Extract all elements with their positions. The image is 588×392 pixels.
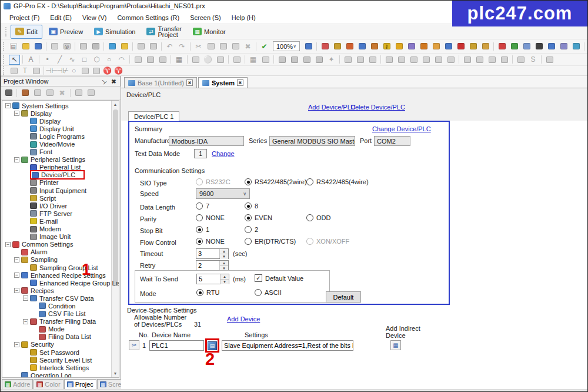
timeout-input[interactable]	[196, 249, 219, 258]
tree-item-video-movie[interactable]: Video/Movie	[4, 140, 119, 148]
tree-item-display-unit[interactable]: Display Unit	[4, 125, 119, 132]
table-part-icon[interactable]: ▦	[173, 55, 185, 65]
retry-stepper[interactable]: ▲▼	[196, 260, 229, 271]
dock-view-icon[interactable]	[3, 88, 14, 98]
screen-preview-icon[interactable]	[303, 41, 314, 51]
text-registration-icon[interactable]	[443, 41, 454, 51]
pie-graph-part-icon[interactable]	[313, 55, 325, 65]
flow-control-option-none[interactable]: NONE	[196, 238, 225, 245]
schedule-settings-icon[interactable]	[480, 41, 491, 51]
selector-part-icon[interactable]	[355, 55, 366, 65]
search-icon[interactable]	[78, 41, 89, 51]
lamp-part-icon[interactable]: ⚪	[202, 55, 213, 65]
screen-call-part-icon[interactable]	[396, 55, 407, 65]
flow-control-option-er-dtr-cts[interactable]: ER(DTR/CTS)	[245, 238, 296, 245]
edit-logic-icon[interactable]	[521, 41, 532, 51]
change-text-data-mode-link[interactable]: Change	[212, 150, 235, 157]
remote-monitor-part-icon[interactable]	[420, 55, 432, 65]
tree-item-device-plc[interactable]: Device/PLC	[4, 171, 119, 179]
expand-minus-icon[interactable]: −	[23, 295, 28, 301]
switch-part-icon[interactable]	[342, 55, 353, 65]
dot-tool-icon[interactable]: •	[42, 55, 53, 65]
device-settings-button[interactable]: ▤	[205, 338, 219, 353]
cut-icon[interactable]: ✂	[193, 41, 204, 51]
tree-item-display[interactable]: Display	[4, 117, 119, 125]
bar-graph-part-icon[interactable]	[276, 55, 288, 65]
ellipse-tool-icon[interactable]: ○	[103, 55, 115, 65]
device-name-input[interactable]	[149, 340, 204, 351]
tree-item-operation-log[interactable]: Operation Log	[4, 371, 119, 378]
line-tool-icon[interactable]: ╱	[54, 55, 65, 65]
parts-list-icon[interactable]	[215, 55, 226, 65]
close-tab-icon[interactable]: ✖	[186, 79, 193, 86]
preview-mode-button[interactable]: ▣Preview	[44, 25, 88, 39]
open-contact-icon[interactable]: ⊣⊢	[46, 67, 56, 75]
close-tab-icon[interactable]: ✖	[237, 79, 243, 86]
tree-item-script[interactable]: Script	[4, 194, 119, 202]
tree-item-condition[interactable]: Condition	[4, 302, 119, 310]
monitor-mode-button[interactable]: ▦Monitor	[188, 25, 230, 39]
cursor-select-icon[interactable]: ↖	[9, 55, 20, 65]
scatter-graph-part-icon[interactable]	[289, 55, 300, 65]
stop-bit-option-2[interactable]: 2	[245, 226, 258, 233]
mini-screen-icon[interactable]	[31, 67, 41, 75]
timer-instruction-icon[interactable]	[80, 67, 90, 75]
operation-log-icon[interactable]	[406, 41, 417, 51]
close-icon[interactable]: ✖	[110, 78, 118, 85]
list2-display-part-icon[interactable]	[499, 55, 510, 65]
add-device-plc-link[interactable]: Add Device/PLC	[308, 104, 356, 111]
image-unit-part-icon[interactable]	[157, 55, 168, 65]
polyline-tool-icon[interactable]: ∿	[66, 55, 78, 65]
close-package-icon[interactable]	[148, 41, 159, 51]
mode-option-rtu[interactable]: RTU	[196, 289, 219, 296]
expand-minus-icon[interactable]: −	[5, 242, 11, 247]
tree-item-ftp-server[interactable]: FTP Server	[4, 210, 119, 217]
expand-minus-icon[interactable]: −	[14, 257, 19, 263]
error-check-icon[interactable]: ✔	[259, 41, 270, 51]
menu-view-v[interactable]: View (V)	[77, 12, 112, 23]
doc-tab-system[interactable]: System✖	[198, 77, 248, 88]
tree-item-i-o-driver[interactable]: I/O Driver	[4, 202, 119, 210]
movie-settings-icon[interactable]	[570, 41, 582, 51]
sio-type-option-rs422-485-2wire[interactable]: RS422/485(2wire)	[245, 178, 307, 185]
alarm-settings-icon[interactable]	[319, 41, 330, 51]
parity-option-even[interactable]: EVEN	[245, 214, 272, 221]
stepper-arrows[interactable]: ▲▼	[219, 261, 228, 270]
panel-tab-color[interactable]: ▦Color	[34, 379, 63, 389]
default-button[interactable]: Default	[326, 291, 361, 303]
interlock-settings-icon[interactable]	[393, 41, 405, 51]
coin-part-icon[interactable]	[190, 55, 201, 65]
data-length-option-8[interactable]: 8	[245, 202, 258, 210]
edit-mode-button[interactable]: ✎Edit	[11, 25, 42, 39]
undo-icon[interactable]: ↶	[164, 41, 175, 51]
line-graph-part-icon[interactable]	[301, 55, 312, 65]
window-part-icon[interactable]	[231, 55, 242, 65]
sampling-settings-icon[interactable]	[332, 41, 343, 51]
cd-display-part-icon[interactable]	[445, 55, 456, 65]
time-settings-icon[interactable]	[418, 41, 429, 51]
menu-edit-e[interactable]: Edit (E)	[45, 12, 77, 23]
capture-icon[interactable]	[90, 41, 101, 51]
arc-tool-icon[interactable]: ◠	[116, 55, 127, 65]
retry-input[interactable]	[196, 261, 219, 270]
hand-cursor-part-icon[interactable]	[515, 55, 526, 65]
stop-bit-option-1[interactable]: 1	[196, 226, 209, 233]
pin-icon[interactable]: ⊤	[99, 77, 109, 87]
add-indirect-device-button[interactable]: ▦	[390, 340, 401, 350]
text-table-icon[interactable]	[356, 41, 368, 51]
menu-screen-s[interactable]: Screen (S)	[185, 12, 226, 23]
print-icon[interactable]	[49, 41, 60, 51]
default-value-checkbox[interactable]: ✓ Default Value	[255, 274, 303, 282]
tree-item-printer[interactable]: Printer	[4, 179, 119, 187]
text-tool-icon[interactable]: A	[25, 55, 36, 65]
device-monitor-icon[interactable]	[546, 41, 557, 51]
tree-item-sampling-group-list[interactable]: Sampling Group List	[4, 264, 119, 271]
data-display-part-icon[interactable]	[462, 55, 473, 65]
rect-tool-icon[interactable]: □	[79, 55, 90, 65]
wait-to-send-stepper[interactable]: ▲▼	[196, 274, 229, 284]
alarm-display-part-icon[interactable]	[474, 55, 485, 65]
open-project-icon[interactable]	[20, 41, 31, 51]
menu-project-f[interactable]: Project (F)	[4, 12, 45, 23]
text-box-screen-icon[interactable]: T	[20, 67, 30, 75]
stepper-arrows[interactable]: ▲▼	[219, 249, 228, 258]
